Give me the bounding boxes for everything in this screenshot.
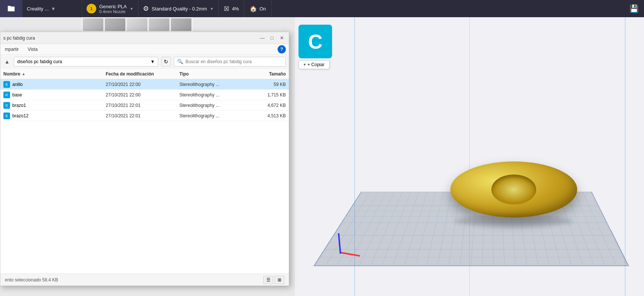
thumbnail-item[interactable]: [127, 18, 147, 31]
copy-icon: +: [303, 62, 306, 67]
cell-type: Stereolithography ...: [179, 92, 245, 98]
dialog-menubar: mpartir Vista ?: [0, 44, 289, 55]
donut-outer-ring: [450, 161, 577, 218]
nozzle-chevron-icon: ▼: [130, 7, 134, 11]
file-name: brazo1: [12, 103, 26, 108]
search-box: 🔍: [174, 57, 286, 67]
dialog-title: s pc fabdig cura: [3, 36, 35, 41]
menu-item-compartir[interactable]: mpartir: [3, 46, 20, 53]
minimize-button[interactable]: —: [258, 34, 266, 42]
nozzle-section[interactable]: 1 Generic PLA 0.4mm Nozzle ▼: [82, 0, 138, 17]
quality-section[interactable]: ⚙ Standard Quality - 0.2mm ▼: [138, 0, 219, 17]
cell-size: 4,672 KB: [245, 103, 286, 108]
cell-size: 1,715 KB: [245, 92, 286, 98]
viewport: C + + Copiar: [295, 17, 644, 296]
quality-icon: ⚙: [143, 4, 149, 13]
thumbnail-item[interactable]: [171, 18, 191, 31]
dialog-controls: — □ ✕: [258, 34, 286, 42]
column-type-header[interactable]: Tipo: [179, 71, 245, 77]
file-rows-container: C anillo 27/10/2021 22:00 Stereolithogra…: [0, 79, 289, 121]
column-size-header[interactable]: Tamaño: [245, 71, 286, 77]
cell-type: Stereolithography ...: [179, 82, 245, 87]
table-header: Nombre ▲ Fecha de modificación Tipo Tama…: [0, 69, 289, 79]
file-name: base: [12, 92, 22, 98]
sort-arrow-icon: ▲: [22, 72, 25, 76]
dialog-titlebar: s pc fabdig cura — □ ✕: [0, 32, 289, 44]
menu-item-vista[interactable]: Vista: [26, 46, 39, 53]
cell-size: 4,513 KB: [245, 113, 286, 118]
help-button[interactable]: ?: [278, 45, 286, 53]
nozzle-size-label: 0.4mm Nozzle: [99, 9, 127, 14]
support-section[interactable]: ☒ 4%: [219, 0, 245, 17]
adhesion-icon: 🏠: [250, 5, 257, 12]
cell-date: 27/10/2021 22:00: [106, 82, 179, 87]
material-label: Generic PLA: [99, 4, 127, 9]
nozzle-text: Generic PLA 0.4mm Nozzle: [99, 4, 127, 14]
support-pct-label: 4%: [232, 6, 239, 12]
file-dialog: s pc fabdig cura — □ ✕ mpartir Vista ? ▲…: [0, 32, 289, 286]
table-row[interactable]: C base 27/10/2021 22:00 Stereolithograph…: [0, 90, 289, 100]
creality-logo: C: [298, 25, 332, 58]
location-dropdown[interactable]: diseños pc fabdig cura ▼: [14, 57, 158, 67]
column-date-header[interactable]: Fecha de modificación: [106, 71, 179, 77]
close-button[interactable]: ✕: [278, 34, 286, 42]
donut-shadow: [454, 216, 573, 227]
cell-size: 59 KB: [245, 82, 286, 87]
file-icon: C: [3, 81, 10, 88]
printer-name-label: Creality ...: [27, 6, 49, 12]
search-icon: 🔍: [177, 59, 183, 64]
location-chevron-icon: ▼: [150, 59, 155, 64]
table-row[interactable]: C anillo 27/10/2021 22:00 Stereolithogra…: [0, 79, 289, 90]
adhesion-label: On: [259, 6, 266, 12]
donut-inner-hole: [491, 175, 536, 204]
copy-button[interactable]: + + Copiar: [298, 60, 329, 69]
cell-name: C anillo: [3, 81, 106, 88]
file-icon: C: [3, 112, 10, 119]
support-icon: ☒: [224, 5, 229, 12]
table-row[interactable]: C brazo12 27/10/2021 22:01 Stereolithogr…: [0, 111, 289, 121]
thumbnail-item[interactable]: [105, 18, 125, 31]
quality-label: Standard Quality - 0.2mm: [152, 6, 207, 12]
guide-line-right: [625, 17, 625, 296]
grid-view-button[interactable]: ⊞: [275, 276, 284, 284]
scroll-up-button[interactable]: ▲: [3, 58, 11, 65]
open-folder-button[interactable]: [0, 0, 22, 17]
dialog-nav: ▲ diseños pc fabdig cura ▼ ↻ 🔍: [0, 55, 289, 69]
refresh-button[interactable]: ↻: [161, 57, 171, 67]
maximize-button[interactable]: □: [268, 34, 276, 42]
file-name: anillo: [12, 82, 23, 87]
guide-line-center: [469, 17, 470, 296]
thumbnail-strip: [81, 17, 193, 32]
cell-name: C brazo12: [3, 112, 106, 119]
cell-date: 27/10/2021 22:00: [106, 92, 179, 98]
quality-chevron-icon: ▼: [210, 7, 214, 11]
cell-name: C base: [3, 92, 106, 98]
printer-chevron-icon: ▼: [51, 6, 56, 12]
file-icon: C: [3, 102, 10, 109]
column-name-header[interactable]: Nombre ▲: [3, 71, 106, 77]
search-input[interactable]: [185, 59, 282, 64]
nozzle-icon: 1: [87, 4, 96, 13]
location-text: diseños pc fabdig cura: [17, 59, 62, 64]
cell-type: Stereolithography ...: [179, 113, 245, 118]
cell-type: Stereolithography ...: [179, 103, 245, 108]
top-toolbar: Creality ... ▼ 1 Generic PLA 0.4mm Nozzl…: [0, 0, 644, 17]
slice-icon: 💾: [629, 4, 639, 13]
3d-object-donut: [450, 161, 577, 221]
creality-logo-letter: C: [308, 30, 323, 53]
file-table: Nombre ▲ Fecha de modificación Tipo Tama…: [0, 69, 289, 274]
thumbnail-item[interactable]: [149, 18, 169, 31]
cell-name: C brazo1: [3, 102, 106, 109]
file-name: brazo12: [12, 113, 28, 118]
dialog-statusbar: ento seleccionado 58.4 KB ☰ ⊞: [0, 274, 289, 286]
cell-date: 27/10/2021 22:01: [106, 113, 179, 118]
cell-date: 27/10/2021 22:01: [106, 103, 179, 108]
thumbnail-item[interactable]: [83, 18, 103, 31]
adhesion-section[interactable]: 🏠 On: [244, 0, 271, 17]
table-row[interactable]: C brazo1 27/10/2021 22:01 Stereolithogra…: [0, 100, 289, 111]
file-icon: C: [3, 92, 10, 98]
slice-section[interactable]: 💾: [624, 0, 644, 17]
list-view-button[interactable]: ☰: [263, 276, 273, 284]
printer-selector[interactable]: Creality ... ▼: [22, 0, 82, 17]
status-text: ento seleccionado 58.4 KB: [5, 277, 58, 283]
